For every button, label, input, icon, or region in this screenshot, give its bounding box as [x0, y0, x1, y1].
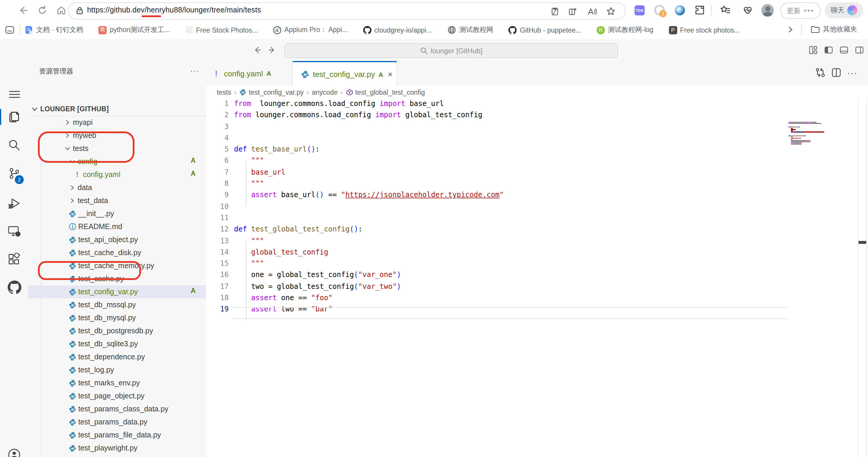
read-aloud-icon[interactable] — [586, 5, 598, 17]
breadcrumb-item-test_config_var.py[interactable]: test_config_var.py — [239, 89, 304, 96]
run-debug-icon[interactable] — [7, 197, 21, 211]
github-view-icon[interactable] — [7, 280, 21, 294]
code-line-18[interactable]: 18 assert one == "foo" — [206, 292, 868, 304]
favorite-star-icon[interactable] — [605, 5, 617, 17]
breadcrumb-item-test_global_test_config[interactable]: test_global_test_config — [346, 89, 425, 96]
code-line-3[interactable]: 3 — [206, 121, 868, 133]
minimap[interactable] — [788, 122, 830, 145]
bookmark-item[interactable]: aAppium Pro： Appi... — [273, 26, 348, 34]
bookmark-item[interactable]: Free Stock Photos... — [185, 26, 258, 34]
other-favorites-folder[interactable]: 其他收藏夹 — [810, 25, 857, 34]
code-line-9[interactable]: 9 assert base_url() == "https://jsonplac… — [206, 190, 868, 201]
menu-hamburger-icon[interactable] — [7, 87, 21, 101]
code-line-4[interactable]: 4 — [206, 133, 868, 144]
explorer-icon[interactable] — [7, 109, 21, 124]
address-bar[interactable]: https://github.dev/henryhu88/lounger/tre… — [68, 2, 626, 20]
favorites-list-icon[interactable] — [719, 4, 732, 17]
split-editor-icon[interactable] — [831, 67, 841, 77]
bookmark-item[interactable]: GitHub - puppetee... — [509, 26, 581, 34]
code-line-15[interactable]: 15 """ — [206, 258, 868, 270]
code-line-2[interactable]: 2from lounger.commons.load_config import… — [206, 110, 868, 121]
code-line-13[interactable]: 13 """ — [206, 235, 868, 247]
code-line-12[interactable]: 12def test_global_test_config(): — [206, 224, 868, 236]
code-editor[interactable]: 1from lounger.commons.load_config import… — [206, 98, 868, 457]
remote-explorer-icon[interactable]: ×× — [7, 224, 21, 238]
toggle-secondary-sidebar-icon[interactable] — [854, 44, 864, 55]
tree-file-test_params_class_data.py[interactable]: test_params_class_data.py — [28, 402, 206, 416]
tree-file-config.yaml[interactable]: !config.yamlA — [28, 168, 206, 181]
split-screen-icon[interactable] — [566, 5, 578, 17]
editor-more-actions-icon[interactable]: ··· — [847, 68, 857, 77]
tab-test_config_var.py[interactable]: test_config_var.pyA× — [293, 61, 397, 87]
tree-file-test_log.py[interactable]: test_log.py — [28, 363, 206, 377]
breadcrumb-item-anycode[interactable]: anycode — [312, 89, 338, 96]
code-line-16[interactable]: 16 one = global_test_config("var_one") — [206, 270, 868, 281]
bookmark-item[interactable]: cloudgrey-io/appi... — [363, 26, 432, 34]
tree-file-test_playwright.py[interactable]: test_playwright.py — [28, 442, 206, 455]
send-to-device-icon[interactable] — [549, 5, 560, 17]
extensions-view-icon[interactable] — [7, 252, 21, 266]
command-center-search[interactable]: lounger [GitHub] — [284, 43, 618, 58]
tree-file-test_db_mysql.py[interactable]: test_db_mysql.py — [28, 312, 206, 324]
tab-config.yaml[interactable]: !config.yamlA — [206, 61, 293, 86]
vscode-forward-icon[interactable] — [266, 44, 277, 56]
tree-file-test_params_data.py[interactable]: test_params_data.py — [28, 416, 206, 429]
lock-icon[interactable] — [76, 6, 84, 15]
bookmarks-overflow-chevron-icon[interactable] — [787, 26, 794, 33]
browser-essentials-icon[interactable] — [741, 4, 754, 17]
tree-file-test_db_postgresdb.py[interactable]: test_db_postgresdb.py — [28, 324, 206, 337]
tree-file-test_api_object.py[interactable]: test_api_object.py — [28, 233, 206, 246]
code-line-14[interactable]: 14 global_test_config — [206, 247, 868, 258]
toggle-primary-sidebar-icon[interactable] — [823, 44, 834, 55]
code-line-5[interactable]: 5def test_base_url(): — [206, 144, 868, 155]
code-line-19[interactable]: 19 assert two == "bar" — [206, 304, 868, 316]
tree-file-README.md[interactable]: ⓘREADME.md — [28, 220, 206, 233]
chat-button[interactable]: 聊天 — [825, 2, 863, 18]
account-icon[interactable] — [7, 448, 21, 457]
search-view-icon[interactable] — [7, 138, 21, 152]
code-line-10[interactable]: 10 — [206, 201, 868, 213]
sidebar-more-actions-icon[interactable]: ··· — [188, 63, 202, 77]
close-icon[interactable]: × — [388, 70, 393, 79]
tree-file-test_dependence.py[interactable]: test_dependence.py — [28, 351, 206, 363]
bookmark-item[interactable]: 文档 · 钉钉文档 — [25, 26, 83, 34]
bookmarks-panel-icon[interactable] — [5, 25, 15, 35]
breadcrumb-item-tests[interactable]: tests — [217, 89, 231, 96]
profile-avatar[interactable] — [761, 4, 774, 17]
url-text[interactable]: https://github.dev/henryhu88/lounger/tre… — [87, 6, 261, 14]
bookmark-item[interactable]: R测试教程网-log — [597, 26, 653, 34]
reload-icon[interactable] — [36, 4, 49, 17]
tdk-extension-icon[interactable]: TDK — [634, 5, 645, 15]
extensions-puzzle-icon[interactable] — [693, 4, 706, 17]
bookmark-item[interactable]: PFree stock photos... — [669, 26, 740, 34]
tree-file-test_db_sqlite3.py[interactable]: test_db_sqlite3.py — [28, 337, 206, 351]
bookmark-item[interactable]: 简python测试开发工... — [98, 26, 170, 34]
vscode-back-icon[interactable] — [251, 44, 263, 56]
tree-folder-test_data[interactable]: test_data — [28, 194, 206, 207]
customize-layout-icon[interactable] — [808, 44, 818, 55]
home-icon[interactable] — [55, 4, 67, 17]
code-line-1[interactable]: 1from lounger.commons.load_config import… — [206, 98, 868, 110]
browser-extension-icon[interactable] — [675, 5, 685, 15]
tree-file-test_marks_env.py[interactable]: test_marks_env.py — [28, 377, 206, 390]
update-button[interactable]: 更新 ••• — [780, 2, 820, 19]
update-more-icon[interactable]: ••• — [804, 6, 814, 15]
tree-file-__init__.py[interactable]: __init__.py — [28, 207, 206, 220]
code-line-7[interactable]: 7 base_url — [206, 167, 868, 178]
tree-file-test_db_mssql.py[interactable]: test_db_mssql.py — [28, 298, 206, 312]
tree-file-test_params_file_data.py[interactable]: test_params_file_data.py — [28, 429, 206, 442]
code-line-17[interactable]: 17 two = global_test_config("var_two") — [206, 281, 868, 293]
code-line-11[interactable]: 11 — [206, 213, 868, 224]
tree-file-test_page_object.py[interactable]: test_page_object.py — [28, 390, 206, 402]
back-icon[interactable] — [17, 4, 30, 17]
bookmark-item[interactable]: 测试教程网 — [447, 26, 493, 34]
open-changes-icon[interactable] — [815, 67, 825, 77]
tree-root-row[interactable]: LOUNGER [GITHUB] — [28, 103, 206, 117]
code-line-8[interactable]: 8 """ — [206, 178, 868, 190]
tree-folder-data[interactable]: data — [28, 181, 206, 194]
tree-file-test_cache_disk.py[interactable]: test_cache_disk.py — [28, 246, 206, 259]
tree-file-test_config_var.py[interactable]: test_config_var.pyA — [28, 285, 206, 298]
code-line-6[interactable]: 6 """ — [206, 155, 868, 167]
toggle-panel-icon[interactable] — [838, 44, 849, 55]
tree-folder-myapi[interactable]: myapi — [28, 116, 206, 129]
